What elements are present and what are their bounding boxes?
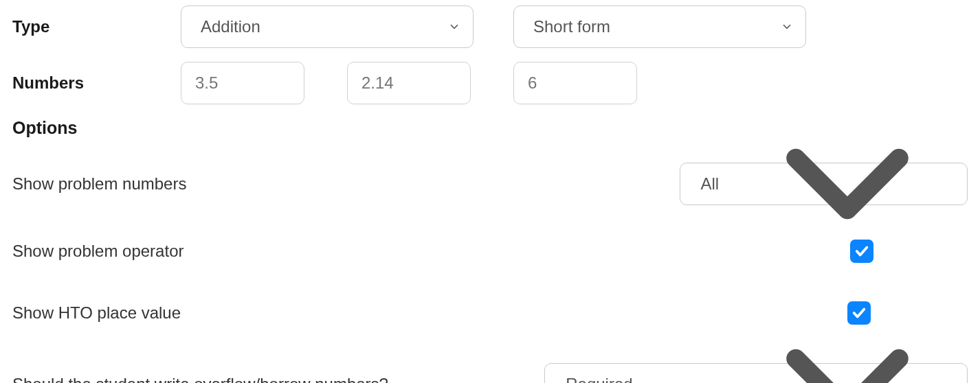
show-problem-numbers-select[interactable]: All: [680, 163, 968, 205]
show-problem-operator-checkbox[interactable]: [850, 240, 873, 263]
number-input-2[interactable]: [347, 62, 471, 104]
option-show-problem-numbers: Show problem numbers All: [12, 163, 968, 205]
overflow-borrow-value: Required: [566, 375, 632, 383]
number-input-3[interactable]: [513, 62, 637, 104]
type-controls: Addition Short form: [181, 5, 806, 48]
chevron-down-icon: [781, 21, 793, 33]
form-select-value: Short form: [533, 17, 610, 36]
chevron-down-icon: [744, 281, 950, 383]
option-label-overflow-borrow: Should the student write overflow/borrow…: [12, 375, 388, 383]
type-label: Type: [12, 17, 181, 36]
overflow-borrow-select[interactable]: Required: [544, 363, 968, 383]
option-label-show-hto: Show HTO place value: [12, 303, 181, 323]
check-icon: [851, 305, 867, 321]
check-icon: [854, 244, 869, 259]
form-select[interactable]: Short form: [513, 5, 806, 48]
show-problem-numbers-value: All: [701, 174, 720, 194]
type-select-value: Addition: [201, 17, 260, 36]
chevron-down-icon: [744, 81, 950, 287]
option-label-show-problem-operator: Show problem operator: [12, 242, 183, 261]
numbers-label: Numbers: [12, 73, 181, 93]
numbers-inputs: [181, 62, 637, 104]
number-input-1[interactable]: [181, 62, 304, 104]
option-overflow-borrow: Should the student write overflow/borrow…: [12, 363, 968, 383]
show-hto-checkbox[interactable]: [847, 301, 871, 325]
type-row: Type Addition Short form: [12, 5, 968, 48]
chevron-down-icon: [448, 21, 460, 33]
type-select[interactable]: Addition: [181, 5, 474, 48]
option-label-show-problem-numbers: Show problem numbers: [12, 174, 186, 193]
